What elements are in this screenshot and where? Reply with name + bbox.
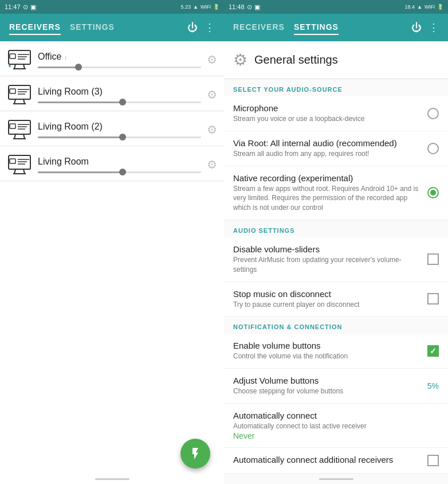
right-chromecast-icon: ⊙ <box>247 3 252 11</box>
checkbox-enable-volume[interactable]: ✓ <box>427 345 439 357</box>
setting-disable-sliders[interactable]: Disable volume-sliders Prevent AirMusic … <box>224 237 448 282</box>
receiver-info-living: Living Room <box>38 157 201 173</box>
svg-rect-17 <box>9 120 30 134</box>
setting-enable-volume-title: Enable volume buttons <box>233 341 423 350</box>
left-scroll-bar <box>95 478 129 480</box>
receiver-item-office[interactable]: Office ↕ ⚙ <box>0 41 224 76</box>
left-chromecast-icon: ⊙ <box>23 3 28 11</box>
setting-via-root-subtitle: Stream all audio from any app, requires … <box>233 149 423 159</box>
setting-stop-music-title: Stop music on disconnect <box>233 289 423 299</box>
settings-gear-icon: ⚙ <box>233 50 247 69</box>
setting-disable-sliders-info: Disable volume-sliders Prevent AirMusic … <box>233 244 423 275</box>
left-scroll-indicator <box>0 474 224 484</box>
svg-rect-29 <box>10 159 15 163</box>
receiver-item-living[interactable]: Living Room ⚙ <box>0 146 224 181</box>
receiver-item-living2[interactable]: Living Room (2) ⚙ <box>0 111 224 146</box>
checkbox-disable-sliders[interactable] <box>427 253 439 265</box>
setting-via-root-title: Via Root: All internal audio (recommende… <box>233 138 423 148</box>
receiver-tv-icon-living3 <box>7 84 32 105</box>
slider-track-living3[interactable] <box>38 102 201 103</box>
setting-native-recording[interactable]: Native recording (experimental) Stream a… <box>224 166 448 220</box>
right-cast-icon: ▣ <box>254 3 260 11</box>
setting-auto-connect-link[interactable]: Never <box>233 431 439 440</box>
right-scroll-indicator <box>224 474 448 484</box>
receiver-tv-icon-living2 <box>7 119 32 140</box>
power-icon[interactable]: ⏻ <box>187 22 198 34</box>
right-wifi-icon: WiFi <box>425 4 435 10</box>
receiver-name-living2: Living Room (2) <box>38 122 201 132</box>
left-tab-settings[interactable]: SETTINGS <box>70 20 115 35</box>
left-panel: 11:47 ⊙ ▣ 5.23 ▲ WiFi 🔋 RECEIVERS SETTIN… <box>0 0 224 484</box>
receiver-tv-icon-office <box>7 49 32 70</box>
svg-rect-25 <box>9 155 30 169</box>
settings-title: General settings <box>254 53 338 67</box>
setting-microphone-info: Microphone Stream you voice or use a loo… <box>233 103 423 124</box>
left-network-icon: 5.23 <box>181 4 191 10</box>
setting-enable-volume-info: Enable volume buttons Control the volume… <box>233 341 423 361</box>
setting-auto-connect-subtitle: Automatically connect to last active rec… <box>233 421 439 431</box>
setting-native-info: Native recording (experimental) Stream a… <box>233 173 423 213</box>
svg-line-2 <box>23 64 25 69</box>
left-top-bar: RECEIVERS SETTINGS ⏻ ⋮ <box>0 14 224 41</box>
setting-enable-volume[interactable]: Enable volume buttons Control the volume… <box>224 334 448 369</box>
right-tab-receivers[interactable]: RECEIVERS <box>233 20 285 35</box>
left-signal-icon: ▲ <box>193 4 198 10</box>
section-audio-source-label: SELECT YOUR AUDIO-SOURCE <box>224 79 448 96</box>
slider-track-living2[interactable] <box>38 136 201 138</box>
svg-line-18 <box>14 134 15 139</box>
settings-icon-living[interactable]: ⚙ <box>207 158 217 171</box>
right-tab-settings[interactable]: SETTINGS <box>294 20 339 35</box>
overflow-menu-icon[interactable]: ⋮ <box>205 21 215 34</box>
setting-adjust-volume-info: Adjust Volume buttons Choose stepping fo… <box>233 376 417 396</box>
setting-adjust-volume-title: Adjust Volume buttons <box>233 376 417 385</box>
setting-auto-connect[interactable]: Automatically connect Automatically conn… <box>224 404 448 448</box>
receiver-name-living3: Living Room (3) <box>38 87 201 97</box>
settings-icon-living3[interactable]: ⚙ <box>207 88 217 102</box>
setting-auto-connect-additional-info: Automatically connect additional receive… <box>233 455 423 466</box>
setting-microphone-subtitle: Stream you voice or use a loopback-devic… <box>233 114 423 124</box>
checkbox-auto-connect-additional[interactable] <box>427 455 439 466</box>
radio-via-root[interactable] <box>427 143 439 154</box>
left-cast-icon: ▣ <box>30 3 36 11</box>
radio-microphone[interactable] <box>427 108 439 119</box>
svg-point-4 <box>9 65 11 67</box>
setting-stop-music-subtitle: Try to pause current player on disconnec… <box>233 300 423 310</box>
fab-container <box>0 434 224 474</box>
receiver-list: Office ↕ ⚙ <box>0 41 224 434</box>
setting-disable-sliders-subtitle: Prevent AirMusic from updating your rece… <box>233 255 423 275</box>
svg-line-19 <box>23 134 25 139</box>
settings-icon-living2[interactable]: ⚙ <box>207 123 217 136</box>
setting-adjust-volume[interactable]: Adjust Volume buttons Choose stepping fo… <box>224 369 448 404</box>
radio-native[interactable] <box>427 187 439 198</box>
left-wifi-icon: WiFi <box>201 4 211 10</box>
left-time: 11:47 <box>5 3 21 10</box>
settings-icon-office[interactable]: ⚙ <box>207 53 217 67</box>
setting-microphone-title: Microphone <box>233 103 423 113</box>
settings-content: SELECT YOUR AUDIO-SOURCE Microphone Stre… <box>224 79 448 474</box>
right-status-bar: 11:48 ⊙ ▣ 18.4 ▲ WiFi 🔋 <box>224 0 448 14</box>
setting-via-root[interactable]: Via Root: All internal audio (recommende… <box>224 131 448 166</box>
fab-button[interactable] <box>180 439 210 469</box>
slider-track-living[interactable] <box>38 171 201 173</box>
right-time: 11:48 <box>229 3 245 10</box>
setting-microphone[interactable]: Microphone Stream you voice or use a loo… <box>224 96 448 131</box>
setting-stop-music[interactable]: Stop music on disconnect Try to pause cu… <box>224 282 448 317</box>
right-overflow-icon[interactable]: ⋮ <box>429 21 439 34</box>
settings-header: ⚙ General settings <box>224 41 448 79</box>
left-status-bar: 11:47 ⊙ ▣ 5.23 ▲ WiFi 🔋 <box>0 0 224 14</box>
left-tab-receivers[interactable]: RECEIVERS <box>9 20 61 35</box>
left-battery-icon: 🔋 <box>213 4 219 10</box>
receiver-info-living3: Living Room (3) <box>38 87 201 103</box>
setting-stop-music-info: Stop music on disconnect Try to pause cu… <box>233 289 423 310</box>
svg-rect-9 <box>9 85 30 99</box>
setting-auto-connect-title: Automatically connect <box>233 411 439 420</box>
right-top-bar: RECEIVERS SETTINGS ⏻ ⋮ <box>224 14 448 41</box>
receiver-item-living3[interactable]: Living Room (3) ⚙ <box>0 76 224 111</box>
slider-track-office[interactable] <box>38 67 201 68</box>
checkbox-stop-music[interactable] <box>427 293 439 305</box>
setting-auto-connect-additional[interactable]: Automatically connect additional receive… <box>224 448 448 474</box>
right-power-icon[interactable]: ⏻ <box>411 22 422 34</box>
right-panel: 11:48 ⊙ ▣ 18.4 ▲ WiFi 🔋 RECEIVERS SETTIN… <box>224 0 448 484</box>
receiver-info-living2: Living Room (2) <box>38 122 201 138</box>
svg-line-10 <box>14 99 15 104</box>
